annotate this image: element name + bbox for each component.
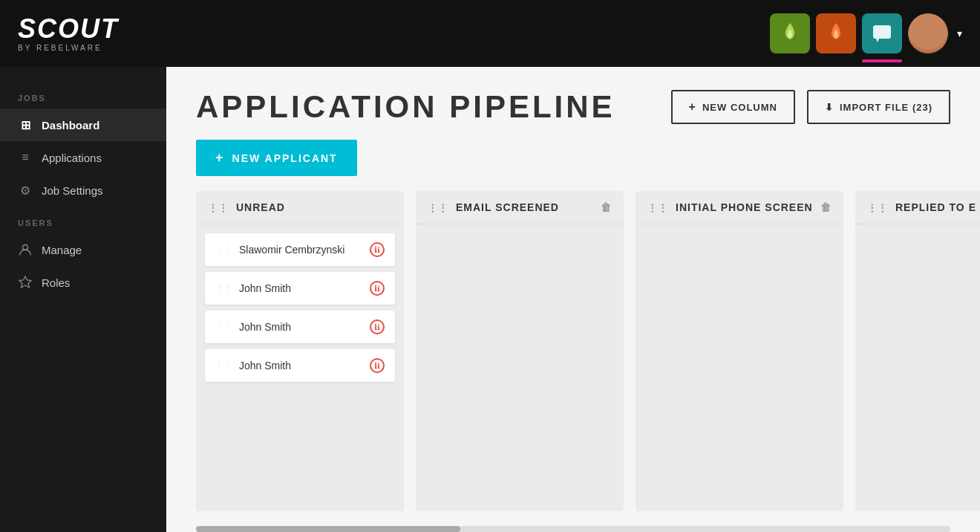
card-status-icon[interactable]: ℹ [370, 319, 385, 334]
orange-flame-button[interactable] [816, 13, 856, 53]
drag-handle-icon[interactable]: ⋮⋮ [428, 202, 448, 213]
card-drag-handle-icon[interactable]: ⋮⋮ [215, 322, 232, 332]
card-name: John Smith [239, 282, 291, 294]
kanban-column-unread: ⋮⋮Unread⋮⋮Slawomir Cembrzynskiℹ⋮⋮John Sm… [196, 191, 404, 511]
card-name: John Smith [239, 360, 291, 372]
applications-icon: ≡ [18, 150, 33, 165]
top-navigation: SCOUT BY REBELWARE ▾ [0, 0, 980, 67]
kanban-col-title-email-screened: Email Screened [456, 201, 559, 213]
kanban-column-initial-phone-screen: ⋮⋮Initial Phone Screen🗑 [636, 191, 843, 511]
sidebar-item-label-manage: Manage [42, 244, 82, 256]
sidebar-item-dashboard[interactable]: ⊞ Dashboard [0, 108, 166, 141]
content-header: APPLICATION PIPELINE + NEW COLUMN ⬇ IMPO… [166, 67, 980, 140]
sidebar-item-label-applications: Applications [42, 152, 102, 164]
green-flame-button[interactable] [770, 13, 810, 53]
kanban-card[interactable]: ⋮⋮John Smithℹ [205, 272, 395, 305]
card-name: Slawomir Cembrzynski [239, 244, 344, 256]
topnav-right: ▾ [770, 13, 962, 53]
drag-handle-icon[interactable]: ⋮⋮ [867, 202, 888, 213]
sidebar-item-roles[interactable]: Roles [0, 266, 166, 299]
logo-sub: BY REBELWARE [18, 44, 119, 52]
sidebar-section-jobs: JOBS [0, 82, 166, 108]
kanban-col-header-email-screened: ⋮⋮Email Screened🗑 [416, 191, 624, 224]
main-layout: JOBS ⊞ Dashboard ≡ Applications ⚙ Job Se… [0, 67, 980, 532]
kanban-cards-initial-phone-screen [636, 224, 843, 511]
drag-handle-icon[interactable]: ⋮⋮ [647, 202, 668, 213]
sidebar-item-manage[interactable]: Manage [0, 233, 166, 266]
kanban-cards-email-screened [416, 224, 624, 511]
kanban-scrollbar[interactable] [196, 526, 950, 532]
new-applicant-icon: + [215, 150, 225, 166]
kanban-scroll: ⋮⋮Unread⋮⋮Slawomir Cembrzynskiℹ⋮⋮John Sm… [196, 191, 980, 511]
card-drag-handle-icon[interactable]: ⋮⋮ [215, 284, 232, 293]
kanban-cards-replied-to-e [855, 224, 980, 511]
logo: SCOUT BY REBELWARE [18, 16, 119, 52]
header-actions: + NEW COLUMN ⬇ IMPORT FILE (23) [671, 90, 950, 124]
delete-column-icon[interactable]: 🗑 [820, 201, 832, 213]
kanban-card[interactable]: ⋮⋮Slawomir Cembrzynskiℹ [205, 233, 395, 266]
job-settings-icon: ⚙ [18, 183, 33, 198]
avatar-chevron-icon[interactable]: ▾ [957, 27, 962, 39]
kanban-col-title-initial-phone-screen: Initial Phone Screen [676, 201, 813, 213]
kanban-card[interactable]: ⋮⋮John Smithℹ [205, 349, 395, 382]
kanban-cards-unread: ⋮⋮Slawomir Cembrzynskiℹ⋮⋮John Smithℹ⋮⋮Jo… [196, 224, 404, 511]
kanban-col-title-unread: Unread [236, 201, 285, 213]
kanban-col-header-replied-to-e: ⋮⋮Replied to E🗑 [855, 191, 980, 224]
drag-handle-icon[interactable]: ⋮⋮ [208, 202, 229, 213]
teal-chat-button[interactable] [862, 13, 902, 53]
sidebar-item-label-dashboard: Dashboard [42, 119, 99, 132]
new-applicant-button[interactable]: + NEW APPLICANT [196, 140, 357, 176]
kanban-column-email-screened: ⋮⋮Email Screened🗑 [416, 191, 624, 511]
kanban-column-replied-to-e: ⋮⋮Replied to E🗑 [855, 191, 980, 511]
sidebar-item-label-roles: Roles [42, 276, 70, 289]
import-file-label: IMPORT FILE (23) [840, 102, 932, 113]
card-drag-handle-icon[interactable]: ⋮⋮ [215, 245, 232, 255]
card-status-icon[interactable]: ℹ [370, 281, 385, 296]
kanban-col-title-replied-to-e: Replied to E [895, 201, 976, 213]
main-content: APPLICATION PIPELINE + NEW COLUMN ⬇ IMPO… [166, 67, 980, 532]
roles-icon [18, 275, 33, 290]
sidebar-item-label-job-settings: Job Settings [42, 184, 103, 197]
sidebar-section-users: USERS [0, 207, 166, 233]
svg-rect-0 [873, 25, 891, 39]
dashboard-icon: ⊞ [18, 117, 33, 132]
sidebar-item-applications[interactable]: ≡ Applications [0, 141, 166, 174]
new-column-label: NEW COLUMN [702, 102, 777, 113]
page-title: APPLICATION PIPELINE [196, 89, 615, 125]
svg-marker-3 [19, 276, 31, 288]
import-file-button[interactable]: ⬇ IMPORT FILE (23) [807, 90, 950, 124]
logo-text: SCOUT [18, 16, 119, 42]
kanban-area: ⋮⋮Unread⋮⋮Slawomir Cembrzynskiℹ⋮⋮John Sm… [166, 191, 980, 526]
active-tab-indicator [862, 59, 902, 62]
kanban-card[interactable]: ⋮⋮John Smithℹ [205, 311, 395, 343]
svg-marker-1 [876, 39, 879, 42]
new-column-button[interactable]: + NEW COLUMN [671, 90, 795, 124]
card-drag-handle-icon[interactable]: ⋮⋮ [215, 361, 232, 371]
sidebar-item-job-settings[interactable]: ⚙ Job Settings [0, 174, 166, 207]
kanban-col-header-initial-phone-screen: ⋮⋮Initial Phone Screen🗑 [636, 191, 843, 224]
new-column-icon: + [689, 100, 696, 114]
import-file-icon: ⬇ [825, 102, 834, 113]
manage-icon [18, 242, 33, 257]
card-status-icon[interactable]: ℹ [370, 358, 385, 373]
new-applicant-label: NEW APPLICANT [232, 152, 338, 164]
sidebar: JOBS ⊞ Dashboard ≡ Applications ⚙ Job Se… [0, 67, 166, 532]
card-name: John Smith [239, 321, 291, 333]
toolbar: + NEW APPLICANT [166, 140, 980, 191]
card-status-icon[interactable]: ℹ [370, 242, 385, 257]
user-avatar[interactable] [908, 13, 948, 53]
delete-column-icon[interactable]: 🗑 [601, 201, 612, 213]
kanban-col-header-unread: ⋮⋮Unread [196, 191, 404, 224]
kanban-scrollbar-thumb[interactable] [196, 526, 460, 532]
